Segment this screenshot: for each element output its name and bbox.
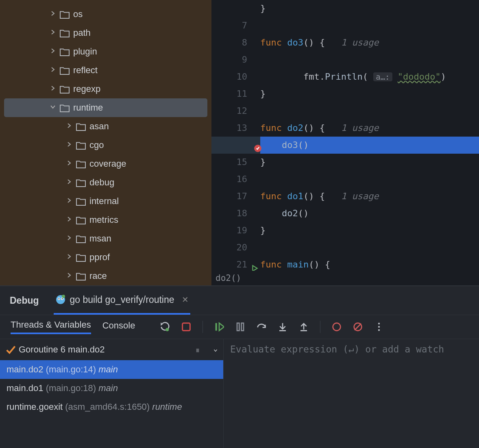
gutter-line[interactable]: 16 <box>211 171 260 188</box>
stack-frame[interactable]: main.do2 (main.go:14) main <box>0 360 223 379</box>
tree-item-internal[interactable]: internal <box>0 192 211 211</box>
chevron-down-icon[interactable] <box>208 346 218 355</box>
tree-item-reflect[interactable]: reflect <box>0 61 211 80</box>
tree-item-coverage[interactable]: coverage <box>0 154 211 173</box>
chevron-right-icon[interactable] <box>49 85 57 93</box>
code-line[interactable]: func do3() { 1 usage <box>260 34 479 51</box>
code-line[interactable] <box>260 102 479 120</box>
tree-item-debug[interactable]: debug <box>0 173 211 192</box>
chevron-right-icon[interactable] <box>65 272 73 280</box>
project-tree[interactable]: ospathpluginreflectregexpruntimeasancgoc… <box>0 0 211 285</box>
tree-item-regexp[interactable]: regexp <box>0 80 211 98</box>
tab-threads-variables[interactable]: Threads & Variables <box>11 320 91 334</box>
gutter-line[interactable]: 18 <box>211 205 260 222</box>
folder-icon <box>59 66 70 75</box>
code-line[interactable] <box>260 239 479 256</box>
chevron-right-icon[interactable] <box>49 67 57 74</box>
step-over-icon[interactable] <box>257 322 266 332</box>
mute-breakpoints-icon[interactable] <box>353 322 363 332</box>
stop-icon[interactable] <box>181 322 191 332</box>
code-line[interactable]: } <box>260 154 479 171</box>
more-icon[interactable] <box>374 322 384 332</box>
code-line[interactable]: do3() <box>260 137 479 154</box>
rerun-icon[interactable] <box>160 322 170 332</box>
step-into-icon[interactable] <box>278 322 287 332</box>
tree-item-plugin[interactable]: plugin <box>0 42 211 61</box>
chevron-right-icon[interactable] <box>49 29 57 37</box>
code-line[interactable] <box>260 17 479 34</box>
code-line[interactable]: func do1() { 1 usage <box>260 188 479 205</box>
gutter-line[interactable]: 15 <box>211 154 260 171</box>
tree-item-label: path <box>73 28 91 38</box>
pause-icon[interactable] <box>235 322 245 332</box>
tree-item-race[interactable]: race <box>0 267 211 285</box>
stack-frame[interactable]: main.do1 (main.go:18) main <box>0 379 223 398</box>
tree-item-os[interactable]: os <box>0 5 211 24</box>
chevron-right-icon[interactable] <box>65 235 73 242</box>
gutter-line[interactable]: 7 <box>211 17 260 34</box>
gutter-line[interactable]: 17 <box>211 188 260 205</box>
stack-frame[interactable]: runtime.goexit (asm_amd64.s:1650) runtim… <box>0 398 223 416</box>
chevron-right-icon[interactable] <box>65 198 73 205</box>
tree-item-pprof[interactable]: pprof <box>0 248 211 267</box>
gutter-line[interactable]: 13 <box>211 120 260 137</box>
chevron-right-icon[interactable] <box>65 254 73 261</box>
chevron-right-icon[interactable] <box>65 123 73 130</box>
code-line[interactable]: } <box>260 222 479 239</box>
chevron-right-icon[interactable] <box>65 179 73 186</box>
resume-icon[interactable] <box>214 322 224 332</box>
code-line[interactable]: do2() <box>260 205 479 222</box>
view-breakpoints-icon[interactable] <box>332 322 342 332</box>
tree-item-path[interactable]: path <box>0 24 211 42</box>
chevron-right-icon[interactable] <box>65 160 73 167</box>
gutter-line[interactable]: 8 <box>211 34 260 51</box>
folder-icon <box>76 253 86 262</box>
code-line[interactable]: func do2() { 1 usage <box>260 120 479 137</box>
close-icon[interactable]: ✕ <box>182 295 189 304</box>
frames-view-icon[interactable] <box>190 346 200 355</box>
gutter-line[interactable]: 19 <box>211 222 260 239</box>
folder-icon <box>76 122 86 131</box>
watches-panel[interactable]: Evaluate expression (↵) or add a watch <box>224 339 479 448</box>
gutter-line[interactable]: 9 <box>211 51 260 68</box>
tree-item-asan[interactable]: asan <box>0 117 211 136</box>
chevron-right-icon[interactable] <box>65 216 73 224</box>
breadcrumb[interactable]: do2() <box>216 271 479 285</box>
code-editor[interactable]: 7891011121315161718192021 }func do3() { … <box>211 0 479 285</box>
tree-item-label: reflect <box>73 65 98 76</box>
debug-header: Debug go build go_verify/routine ✕ <box>0 286 479 315</box>
tree-item-label: coverage <box>89 159 126 169</box>
gutter-line[interactable] <box>211 0 260 17</box>
folder-icon <box>59 28 70 37</box>
tree-item-msan[interactable]: msan <box>0 229 211 248</box>
run-config-tab[interactable]: go build go_verify/routine ✕ <box>54 286 190 315</box>
thread-selector[interactable]: Goroutine 6 main.do2 <box>0 339 223 360</box>
tree-item-runtime[interactable]: runtime <box>4 98 207 117</box>
gutter-line[interactable]: 20 <box>211 239 260 256</box>
code-line[interactable]: } <box>260 0 479 17</box>
debug-title: Debug <box>10 295 39 306</box>
tree-item-cgo[interactable]: cgo <box>0 136 211 154</box>
gutter-line[interactable]: 10 <box>211 68 260 85</box>
chevron-right-icon[interactable] <box>49 48 57 55</box>
code-line[interactable] <box>260 171 479 188</box>
code-line[interactable]: } <box>260 85 479 102</box>
folder-icon <box>76 141 86 150</box>
folder-icon <box>59 85 70 94</box>
folder-icon <box>76 215 86 224</box>
chevron-right-icon[interactable] <box>49 11 57 18</box>
chevron-down-icon[interactable] <box>49 104 57 111</box>
code-line[interactable] <box>260 51 479 68</box>
tab-console[interactable]: Console <box>102 320 135 333</box>
chevron-right-icon[interactable] <box>65 141 73 149</box>
gutter-line[interactable]: 11 <box>211 85 260 102</box>
gutter-line[interactable] <box>211 137 260 154</box>
tree-item-label: internal <box>89 196 119 207</box>
gutter-line[interactable]: 12 <box>211 102 260 120</box>
step-out-icon[interactable] <box>299 322 309 332</box>
tree-item-label: metrics <box>89 215 118 225</box>
editor-code[interactable]: }func do3() { 1 usage fmt.Println( a…: "… <box>260 0 479 285</box>
code-line[interactable]: fmt.Println( a…: "dododo") <box>260 68 479 85</box>
tree-item-metrics[interactable]: metrics <box>0 211 211 229</box>
folder-icon <box>59 103 70 112</box>
